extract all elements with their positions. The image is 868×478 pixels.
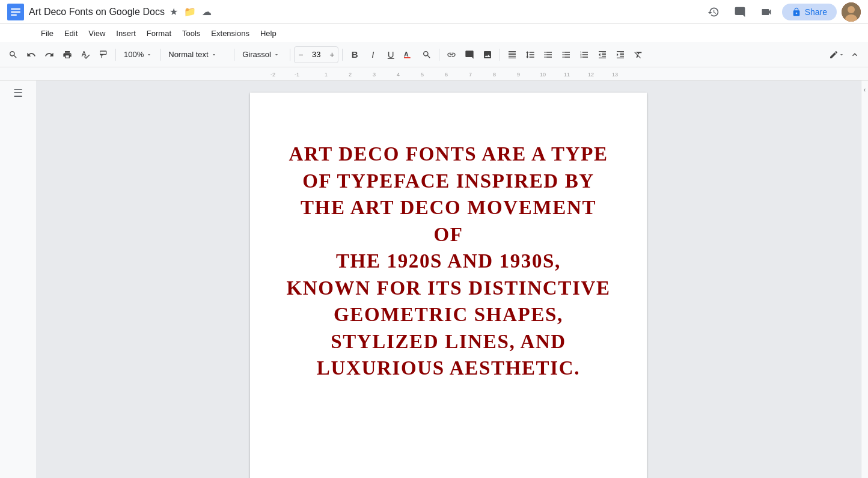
outline-icon[interactable]: ☰ (13, 87, 23, 100)
title-bar: Art Deco Fonts on Google Docs ★ 📁 ☁ Shar… (0, 0, 868, 24)
menu-file[interactable]: File (36, 28, 58, 39)
svg-text:9: 9 (517, 72, 520, 78)
spellcheck-button[interactable] (77, 46, 94, 63)
right-panel: ‹ (861, 81, 868, 478)
italic-label: I (371, 49, 374, 60)
main-area: ☰ Art Deco fonts are a type of typeface … (0, 81, 868, 478)
separator-6 (439, 49, 439, 61)
svg-text:3: 3 (373, 72, 376, 78)
svg-text:1: 1 (325, 72, 328, 78)
svg-text:11: 11 (564, 72, 570, 78)
share-label: Share (805, 7, 827, 17)
docs-logo-icon (7, 4, 24, 20)
menu-view[interactable]: View (84, 28, 110, 39)
comments-icon[interactable] (729, 1, 751, 23)
header-right: Share (703, 1, 861, 23)
zoom-dropdown[interactable]: 100% (120, 46, 156, 63)
svg-text:13: 13 (612, 72, 618, 78)
separator-3 (234, 49, 234, 61)
paragraph-style-value: Normal text (168, 50, 208, 59)
left-sidebar: ☰ (0, 81, 36, 478)
collapse-right-button[interactable]: ‹ (864, 87, 866, 93)
decrease-indent-button[interactable] (594, 46, 611, 63)
font-size-decrease-button[interactable]: − (295, 46, 307, 63)
menu-extensions[interactable]: Extensions (206, 28, 254, 39)
separator-2 (160, 49, 160, 61)
increase-indent-button[interactable] (612, 46, 629, 63)
svg-text:8: 8 (493, 72, 496, 78)
paragraph-style-dropdown[interactable]: Normal text (164, 46, 230, 63)
font-dropdown[interactable]: Girassol (238, 46, 286, 63)
star-icon[interactable]: ★ (170, 6, 178, 17)
document-content[interactable]: Art Deco fonts are a type of typeface in… (286, 141, 611, 382)
svg-text:-1: -1 (295, 72, 299, 78)
highlight-button[interactable] (418, 46, 435, 63)
text-color-button[interactable]: A (400, 46, 417, 63)
undo-button[interactable] (23, 46, 40, 63)
svg-rect-9 (222, 67, 643, 81)
separator-4 (290, 49, 290, 61)
menu-insert[interactable]: Insert (111, 28, 141, 39)
menu-tools[interactable]: Tools (177, 28, 205, 39)
ruler: -2 -1 1 2 3 4 5 6 7 8 9 10 11 12 13 (0, 67, 868, 81)
print-button[interactable] (59, 46, 76, 63)
history-icon[interactable] (703, 1, 724, 23)
menu-format[interactable]: Format (142, 28, 176, 39)
svg-text:4: 4 (397, 72, 400, 78)
toolbar: 100% Normal text Girassol − 33 + B I U A (0, 42, 868, 67)
meet-icon[interactable] (756, 1, 777, 23)
svg-rect-1 (11, 8, 20, 10)
insert-image-button[interactable] (479, 46, 496, 63)
numbered-list-button[interactable] (576, 46, 593, 63)
svg-text:A: A (404, 50, 409, 57)
paint-format-button[interactable] (95, 46, 112, 63)
font-value: Girassol (242, 50, 271, 59)
font-size-control: − 33 + (294, 46, 338, 63)
cloud-icon[interactable]: ☁ (202, 6, 212, 17)
edit-pencil-button[interactable] (828, 46, 845, 63)
svg-point-5 (848, 6, 855, 13)
redo-button[interactable] (41, 46, 58, 63)
separator-7 (500, 49, 500, 61)
svg-text:6: 6 (445, 72, 448, 78)
svg-text:7: 7 (469, 72, 472, 78)
menu-help[interactable]: Help (255, 28, 281, 39)
share-button[interactable]: Share (782, 4, 837, 20)
italic-button[interactable]: I (364, 46, 381, 63)
align-button[interactable] (504, 46, 521, 63)
document-title[interactable]: Art Deco Fonts on Google Docs (29, 7, 165, 17)
svg-text:12: 12 (588, 72, 594, 78)
bold-label: B (352, 49, 358, 60)
clear-formatting-button[interactable] (630, 46, 647, 63)
bold-button[interactable]: B (346, 46, 363, 63)
separator-5 (342, 49, 343, 61)
underline-button[interactable]: U (382, 46, 399, 63)
separator-1 (115, 49, 116, 61)
bullet-list-button[interactable] (558, 46, 575, 63)
menu-bar: File Edit View Insert Format Tools Exten… (0, 24, 868, 42)
line-spacing-button[interactable] (522, 46, 539, 63)
collapse-toolbar-button[interactable] (846, 46, 863, 63)
menu-edit[interactable]: Edit (60, 28, 82, 39)
zoom-value: 100% (124, 50, 144, 59)
svg-text:10: 10 (540, 72, 546, 78)
svg-rect-2 (11, 11, 20, 13)
svg-text:-2: -2 (270, 72, 275, 78)
title-icons: ★ 📁 ☁ (170, 6, 215, 17)
font-size-value[interactable]: 33 (307, 50, 326, 59)
insert-link-button[interactable] (443, 46, 460, 63)
user-avatar[interactable] (842, 2, 861, 22)
document-page: Art Deco fonts are a type of typeface in… (250, 93, 647, 478)
underline-label: U (388, 49, 394, 60)
svg-rect-3 (11, 14, 17, 16)
document-area[interactable]: Art Deco fonts are a type of typeface in… (36, 81, 861, 478)
folder-icon[interactable]: 📁 (184, 6, 196, 17)
insert-comment-button[interactable] (461, 46, 478, 63)
search-button[interactable] (5, 46, 22, 63)
svg-rect-8 (404, 57, 411, 58)
font-size-increase-button[interactable]: + (326, 46, 338, 63)
svg-text:5: 5 (421, 72, 424, 78)
svg-text:2: 2 (349, 72, 352, 78)
checklist-button[interactable] (540, 46, 557, 63)
